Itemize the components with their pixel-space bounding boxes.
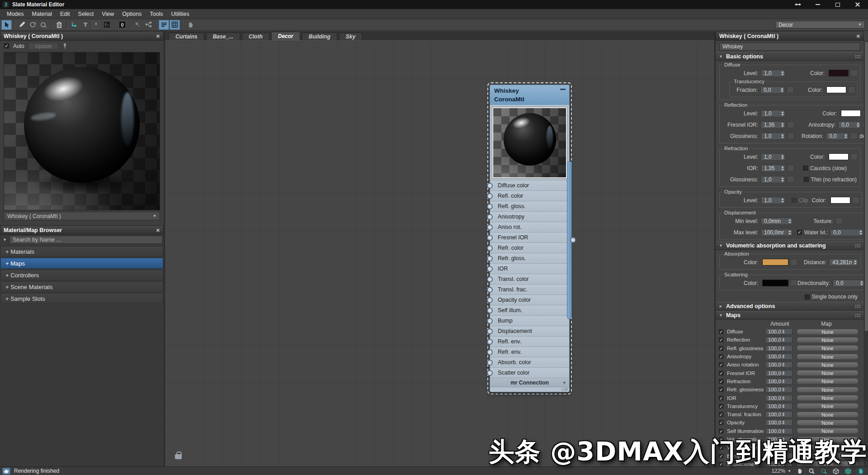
show-background-icon[interactable]: [91, 20, 101, 30]
material-preview[interactable]: [4, 52, 160, 210]
anisotropy-spinner[interactable]: 0,0: [838, 121, 861, 128]
output-socket-icon[interactable]: [570, 237, 576, 243]
spinner-arrows-icon[interactable]: [781, 177, 784, 182]
snap-toggle-icon[interactable]: [132, 20, 143, 30]
node-slot[interactable]: Refr. env.: [490, 347, 569, 357]
tab-decor[interactable]: Decor: [271, 32, 300, 40]
pan-tool-icon[interactable]: [185, 20, 195, 30]
dock-arrows-icon[interactable]: [795, 2, 801, 7]
spinner-arrows-icon[interactable]: [781, 88, 783, 92]
translucency-fraction-spinner[interactable]: 0,0: [760, 86, 785, 94]
spinner-arrows-icon[interactable]: [782, 388, 784, 392]
node-slot[interactable]: Absorb. color: [490, 357, 569, 368]
parameters-scrollbar[interactable]: [864, 41, 868, 466]
input-socket-icon[interactable]: [487, 266, 493, 272]
material-name-field[interactable]: [719, 43, 860, 51]
node-slot[interactable]: Self illum.: [490, 305, 569, 316]
input-socket-icon[interactable]: [487, 276, 493, 282]
tab-curtains[interactable]: Curtains: [169, 33, 204, 40]
pick-material-eyedropper-icon[interactable]: [17, 20, 27, 30]
close-icon[interactable]: ✕: [856, 34, 860, 38]
map-enabled-checkbox[interactable]: ✓: [719, 354, 723, 359]
translucency-fraction-map-button[interactable]: [787, 86, 794, 93]
node-slot[interactable]: Displacement: [490, 326, 569, 337]
spinner-arrows-icon[interactable]: [781, 155, 784, 159]
spinner-arrows-icon[interactable]: [782, 396, 784, 400]
map-amount-spinner[interactable]: 100,0: [765, 419, 793, 426]
mr-connection-row[interactable]: mr Connection +: [490, 378, 569, 387]
map-enabled-checkbox[interactable]: ✓: [719, 371, 723, 375]
drag-handle-icon[interactable]: [855, 244, 861, 248]
diffuse-color-map-button[interactable]: [850, 70, 858, 76]
assign-material-to-selection-icon[interactable]: [38, 20, 49, 30]
parameters-panel-header[interactable]: Whiskey ( CoronaMtl ) ✕: [716, 31, 864, 41]
map-enabled-checkbox[interactable]: ✓: [719, 337, 723, 342]
maximize-button[interactable]: [835, 2, 841, 7]
map-amount-spinner[interactable]: 100,0: [765, 328, 793, 335]
tab-building[interactable]: Building: [302, 33, 337, 40]
resize-grip-icon[interactable]: [561, 388, 568, 391]
search-input[interactable]: [9, 236, 162, 244]
input-socket-icon[interactable]: [487, 339, 493, 345]
material-node-whiskey[interactable]: Whiskey CoronaMtl: [490, 85, 570, 392]
rollout-advanced-options[interactable]: ► Advanced options: [716, 302, 864, 311]
diffuse-color-swatch[interactable]: [829, 70, 849, 76]
water-level-spinner[interactable]: 0,0: [830, 229, 863, 236]
reflection-color-swatch[interactable]: [841, 110, 861, 117]
distance-spinner[interactable]: 43,281n: [829, 259, 858, 266]
input-socket-icon[interactable]: [487, 349, 493, 355]
map-none-button[interactable]: None: [797, 403, 859, 409]
map-none-button[interactable]: None: [797, 370, 859, 376]
browser-item-maps[interactable]: + Maps: [0, 258, 163, 269]
select-tool-icon[interactable]: [1, 20, 12, 30]
caustics-checkbox[interactable]: ✓: [803, 166, 808, 171]
spinner-arrows-icon[interactable]: [782, 346, 784, 350]
map-amount-spinner[interactable]: 100,0: [765, 386, 793, 393]
translucency-color-map-button[interactable]: [848, 86, 855, 93]
max-level-spinner[interactable]: 100,0mr: [761, 229, 793, 236]
refraction-glossiness-map-button[interactable]: [787, 176, 794, 183]
node-tree-layout-icon[interactable]: [143, 20, 154, 30]
spinner-arrows-icon[interactable]: [782, 363, 784, 367]
scattering-color-map-button[interactable]: [790, 280, 797, 286]
spinner-arrows-icon[interactable]: [857, 123, 859, 127]
close-button[interactable]: [854, 2, 861, 7]
browser-panel-header[interactable]: Material/Map Browser ✕: [0, 225, 164, 235]
translucency-color-swatch[interactable]: [826, 86, 846, 93]
put-material-to-scene-icon[interactable]: [28, 20, 38, 30]
spinner-arrows-icon[interactable]: [781, 198, 784, 203]
drag-handle-icon[interactable]: [855, 314, 861, 318]
thin-checkbox[interactable]: ✓: [804, 177, 809, 182]
rollout-maps[interactable]: ▼ Maps: [716, 311, 864, 320]
menu-material[interactable]: Material: [28, 10, 56, 18]
spinner-arrows-icon[interactable]: [782, 355, 784, 359]
spinner-arrows-icon[interactable]: [860, 281, 863, 285]
node-preview[interactable]: [492, 107, 567, 179]
map-none-button[interactable]: None: [797, 354, 859, 360]
map-none-button[interactable]: None: [797, 387, 859, 393]
rotation-map-button[interactable]: [850, 133, 858, 139]
menu-utilities[interactable]: Utilities: [167, 10, 193, 18]
close-icon[interactable]: ✕: [156, 228, 160, 233]
map-none-button[interactable]: None: [797, 337, 859, 343]
input-socket-icon[interactable]: [487, 245, 493, 251]
input-socket-icon[interactable]: [487, 235, 493, 241]
map-amount-spinner[interactable]: 100,0: [765, 345, 793, 352]
map-none-button[interactable]: None: [797, 420, 859, 426]
map-amount-spinner[interactable]: 100,0: [765, 378, 793, 385]
spinner-arrows-icon[interactable]: [782, 421, 784, 425]
tab-sky[interactable]: Sky: [339, 33, 362, 40]
input-socket-icon[interactable]: [487, 318, 493, 324]
browser-item-controllers[interactable]: + Controllers: [0, 270, 163, 280]
absorption-color-map-button[interactable]: [790, 259, 797, 266]
single-bounce-checkbox[interactable]: ✓: [805, 294, 810, 299]
material-id-channel-icon[interactable]: 0: [117, 20, 127, 30]
browser-item-sample-slots[interactable]: + Sample Slots: [0, 293, 163, 304]
map-amount-spinner[interactable]: 100,0: [765, 353, 793, 360]
tab-base[interactable]: Base_...: [206, 33, 240, 40]
reflection-glossiness-spinner[interactable]: 1,0: [761, 133, 785, 140]
rollout-volumetric[interactable]: ▼ Volumetric absorption and scattering: [716, 241, 864, 250]
spinner-arrows-icon[interactable]: [782, 330, 784, 334]
scrollbar-thumb[interactable]: [865, 42, 868, 331]
map-amount-spinner[interactable]: 100,0: [765, 403, 793, 409]
